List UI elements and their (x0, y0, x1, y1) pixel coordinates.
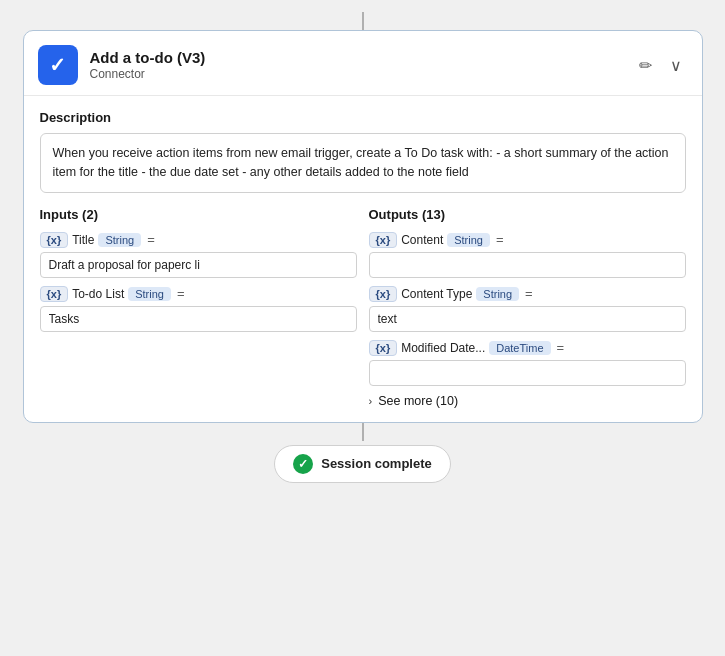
outputs-column: Outputs (13) {x} Content String = {x} (369, 207, 686, 408)
modifieddate-input[interactable] (369, 360, 686, 386)
inputs-column: Inputs (2) {x} Title String = {x} To- (40, 207, 357, 408)
see-more-row[interactable]: › See more (10) (369, 394, 686, 408)
header-actions: ✏ ∨ (635, 54, 686, 77)
todolist-var-badge: {x} (40, 286, 69, 302)
contenttype-input[interactable] (369, 306, 686, 332)
todolist-tag-row: {x} To-do List String = (40, 286, 357, 302)
modifieddate-tag-row: {x} Modified Date... DateTime = (369, 340, 686, 356)
green-check-icon: ✓ (293, 454, 313, 474)
header-text: Add a to-do (V3) Connector (90, 49, 206, 81)
title-type-badge: String (98, 233, 141, 247)
contenttype-equals: = (525, 286, 533, 301)
header-left: ✓ Add a to-do (V3) Connector (38, 45, 206, 85)
todolist-field-name: To-do List (72, 287, 124, 301)
output-field-contenttype: {x} Content Type String = (369, 286, 686, 332)
card-header: ✓ Add a to-do (V3) Connector ✏ ∨ (24, 31, 702, 96)
edit-button[interactable]: ✏ (635, 54, 656, 77)
title-tag-row: {x} Title String = (40, 232, 357, 248)
todolist-type-badge: String (128, 287, 171, 301)
checkmark-icon: ✓ (49, 53, 66, 77)
connector-line-bottom (362, 423, 364, 441)
title-var-badge: {x} (40, 232, 69, 248)
content-input[interactable] (369, 252, 686, 278)
description-text: When you receive action items from new e… (40, 133, 686, 193)
modifieddate-type-badge: DateTime (489, 341, 550, 355)
title-input[interactable] (40, 252, 357, 278)
todolist-equals: = (177, 286, 185, 301)
output-field-content: {x} Content String = (369, 232, 686, 278)
see-more-label: See more (10) (378, 394, 458, 408)
card-title: Add a to-do (V3) (90, 49, 206, 66)
content-equals: = (496, 232, 504, 247)
contenttype-var-badge: {x} (369, 286, 398, 302)
inputs-label: Inputs (2) (40, 207, 357, 222)
contenttype-field-name: Content Type (401, 287, 472, 301)
content-field-name: Content (401, 233, 443, 247)
modifieddate-equals: = (557, 340, 565, 355)
content-type-badge: String (447, 233, 490, 247)
contenttype-type-badge: String (476, 287, 519, 301)
input-field-todolist: {x} To-do List String = (40, 286, 357, 332)
modifieddate-var-badge: {x} (369, 340, 398, 356)
two-col-layout: Inputs (2) {x} Title String = {x} To- (40, 207, 686, 408)
content-tag-row: {x} Content String = (369, 232, 686, 248)
connector-line-top (362, 12, 364, 30)
card-body: Description When you receive action item… (24, 96, 702, 422)
app-icon: ✓ (38, 45, 78, 85)
session-badge-text: Session complete (321, 456, 432, 471)
output-field-modifieddate: {x} Modified Date... DateTime = (369, 340, 686, 386)
todolist-input[interactable] (40, 306, 357, 332)
card-subtitle: Connector (90, 67, 206, 81)
contenttype-tag-row: {x} Content Type String = (369, 286, 686, 302)
chevron-right-icon: › (369, 395, 373, 407)
modifieddate-field-name: Modified Date... (401, 341, 485, 355)
title-equals: = (147, 232, 155, 247)
title-field-name: Title (72, 233, 94, 247)
content-var-badge: {x} (369, 232, 398, 248)
description-label: Description (40, 110, 686, 125)
session-badge: ✓ Session complete (274, 445, 451, 483)
collapse-button[interactable]: ∨ (666, 54, 686, 77)
connector-card: ✓ Add a to-do (V3) Connector ✏ ∨ Descrip… (23, 30, 703, 423)
input-field-title: {x} Title String = (40, 232, 357, 278)
outputs-label: Outputs (13) (369, 207, 686, 222)
